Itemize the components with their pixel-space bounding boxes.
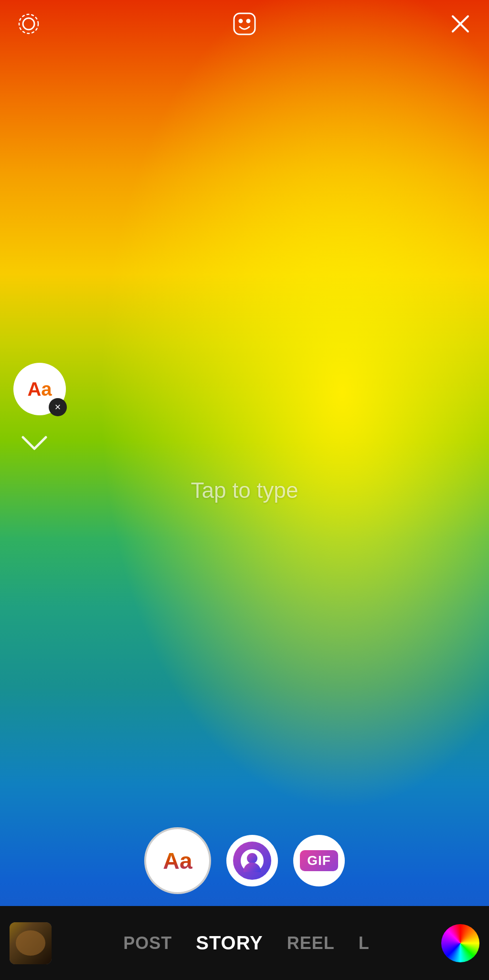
font-aa-letter-a: A <box>27 379 41 400</box>
app: Tap to type Aa × Aa GIF <box>0 0 489 980</box>
gallery-thumbnail[interactable] <box>10 922 52 964</box>
nav-mode-post[interactable]: POST <box>123 933 172 953</box>
nav-mode-story[interactable]: STORY <box>196 932 263 954</box>
font-style-button[interactable]: Aa × <box>13 363 66 415</box>
font-close-button[interactable]: × <box>49 398 67 416</box>
font-aa-letter-a2: a <box>41 379 52 400</box>
text-tool-button[interactable]: Aa <box>144 827 211 894</box>
svg-point-1 <box>19 14 38 33</box>
font-button-label: Aa <box>27 379 52 400</box>
nav-modes: POST STORY REEL L <box>52 932 441 954</box>
top-bar <box>0 0 489 48</box>
close-button[interactable] <box>446 10 475 38</box>
svg-point-4 <box>247 20 250 22</box>
nav-mode-live[interactable]: L <box>359 933 370 953</box>
gallery-thumbnail-image <box>10 922 52 964</box>
gif-label: GIF <box>300 850 338 871</box>
avatar-icon-bg <box>233 842 271 880</box>
settings-button[interactable] <box>14 10 43 38</box>
bottom-toolbar: Aa GIF <box>0 827 489 904</box>
collapse-button[interactable] <box>20 430 49 458</box>
gif-button[interactable]: GIF <box>293 835 345 886</box>
color-wheel-button[interactable] <box>441 924 479 962</box>
svg-point-3 <box>239 20 242 22</box>
bottom-nav: POST STORY REEL L <box>0 906 489 980</box>
nav-mode-reel[interactable]: REEL <box>287 933 335 953</box>
font-button-container: Aa × <box>13 363 66 415</box>
sticker-button[interactable] <box>230 10 259 38</box>
svg-rect-2 <box>234 13 255 34</box>
svg-point-0 <box>23 18 34 30</box>
avatar-button[interactable] <box>226 835 278 886</box>
text-tool-label: Aa <box>163 848 192 874</box>
avatar-icon <box>241 849 264 872</box>
